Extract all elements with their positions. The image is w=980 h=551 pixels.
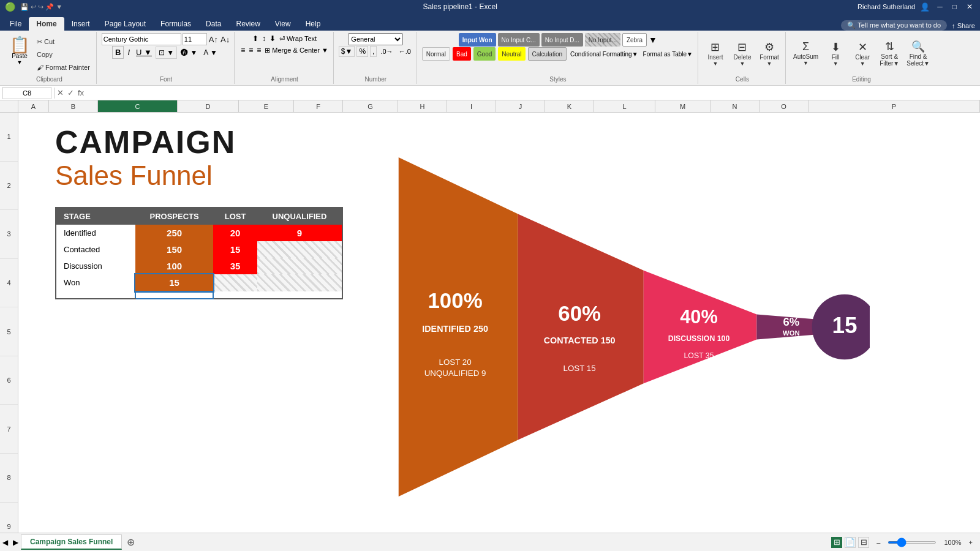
col-header-n[interactable]: N <box>710 100 760 112</box>
format-as-table-btn[interactable]: Format as Table▼ <box>642 50 694 59</box>
col-header-g[interactable]: G <box>343 100 398 112</box>
align-middle-btn[interactable]: ↕ <box>261 33 267 44</box>
tab-view[interactable]: View <box>268 17 298 31</box>
row-num-4[interactable]: 4 <box>0 259 18 308</box>
empty-selected-cell[interactable] <box>135 291 213 299</box>
col-header-l[interactable]: L <box>594 100 655 112</box>
style-no-input2[interactable]: No Input D... <box>541 33 583 47</box>
scroll-right-btn[interactable]: ▶ <box>10 538 21 547</box>
col-header-b[interactable]: B <box>49 100 98 112</box>
style-good[interactable]: Good <box>473 47 496 61</box>
close-btn[interactable]: ✕ <box>964 2 975 11</box>
border-btn[interactable]: ⊡ ▼ <box>156 47 177 59</box>
align-center-btn[interactable]: ≡ <box>247 45 254 56</box>
col-header-c[interactable]: C <box>98 100 178 112</box>
row-num-8[interactable]: 8 <box>0 454 18 503</box>
copy-button[interactable]: Copy <box>34 48 92 61</box>
tab-page-layout[interactable]: Page Layout <box>97 17 153 31</box>
col-header-p[interactable]: P <box>809 100 980 112</box>
decrease-decimal-btn[interactable]: ←.0 <box>397 47 413 56</box>
tab-file[interactable]: File <box>2 17 29 31</box>
cut-button[interactable]: ✂ Cut <box>34 36 92 48</box>
sheet-tab-campaign[interactable]: Campaign Sales Funnel <box>21 534 122 550</box>
col-header-f[interactable]: F <box>294 100 343 112</box>
font-name-input[interactable] <box>102 33 181 45</box>
style-zebra[interactable]: Zebra <box>622 33 647 47</box>
zoom-slider[interactable] <box>888 541 937 544</box>
style-no-input1[interactable]: No Input C... <box>498 33 540 47</box>
name-box[interactable] <box>2 87 51 99</box>
tab-insert[interactable]: Insert <box>64 17 97 31</box>
find-select-btn[interactable]: 🔍 Find & Select▼ <box>904 36 932 71</box>
conditional-formatting-btn[interactable]: Conditional Formatting▼ <box>569 50 639 59</box>
col-header-i[interactable]: I <box>447 100 496 112</box>
paste-button[interactable]: 📋 Paste ▼ <box>6 33 33 69</box>
style-no-input3[interactable]: No Input... <box>585 33 620 47</box>
format-painter-button[interactable]: 🖌 Format Painter <box>34 61 92 73</box>
row-num-5[interactable]: 5 <box>0 307 18 356</box>
wrap-text-btn[interactable]: ⏎ Wrap Text <box>278 34 318 44</box>
page-break-view-btn[interactable]: ⊟ <box>858 537 869 548</box>
prospects-won[interactable]: 15 <box>135 274 213 291</box>
italic-btn[interactable]: I <box>125 47 132 58</box>
autosum-btn[interactable]: Σ AutoSum ▼ <box>791 36 821 71</box>
align-top-btn[interactable]: ⬆ <box>251 33 260 44</box>
style-bad[interactable]: Bad <box>453 47 471 61</box>
col-header-m[interactable]: M <box>655 100 710 112</box>
zoom-plus[interactable]: + <box>969 539 973 546</box>
comma-btn[interactable]: , <box>370 46 377 57</box>
font-size-input[interactable] <box>183 33 207 45</box>
percent-btn[interactable]: % <box>356 46 368 57</box>
align-bottom-btn[interactable]: ⬇ <box>268 33 277 44</box>
number-format-select[interactable]: General Number Currency <box>348 33 403 45</box>
increase-font-btn[interactable]: A↑ <box>208 34 219 45</box>
merge-center-btn[interactable]: ⊞ Merge & Center ▼ <box>263 45 330 56</box>
styles-more-btn[interactable]: ▼ <box>649 35 657 45</box>
tell-me-input[interactable]: 🔍 Tell me what you want to do <box>841 20 947 31</box>
fill-color-btn[interactable]: 🅐 ▼ <box>178 47 200 58</box>
add-sheet-btn[interactable]: ⊕ <box>122 535 140 549</box>
formula-input[interactable] <box>86 87 978 99</box>
confirm-formula-btn[interactable]: ✓ <box>67 88 74 97</box>
col-header-e[interactable]: E <box>239 100 294 112</box>
align-right-btn[interactable]: ≡ <box>255 45 262 56</box>
row-num-2[interactable]: 2 <box>0 162 18 211</box>
col-header-k[interactable]: K <box>545 100 594 112</box>
delete-btn[interactable]: ⊟ Delete ▼ <box>730 36 755 71</box>
decrease-font-btn[interactable]: A↓ <box>220 34 230 45</box>
underline-btn[interactable]: U ▼ <box>134 47 154 58</box>
row-num-3[interactable]: 3 <box>0 210 18 259</box>
bold-btn[interactable]: B <box>112 46 124 59</box>
col-header-h[interactable]: H <box>398 100 447 112</box>
scroll-left-btn[interactable]: ◀ <box>0 538 10 547</box>
insert-function-btn[interactable]: fx <box>78 88 84 97</box>
tab-home[interactable]: Home <box>29 17 64 31</box>
format-btn[interactable]: ⚙ Format ▼ <box>757 36 782 71</box>
increase-decimal-btn[interactable]: .0→ <box>379 47 394 56</box>
tab-review[interactable]: Review <box>228 17 267 31</box>
maximize-btn[interactable]: □ <box>950 2 959 11</box>
tab-data[interactable]: Data <box>198 17 228 31</box>
row-num-1[interactable]: 1 <box>0 113 18 162</box>
font-color-btn[interactable]: A ▼ <box>201 47 220 58</box>
col-header-o[interactable]: O <box>760 100 809 112</box>
row-num-6[interactable]: 6 <box>0 356 18 405</box>
sort-filter-btn[interactable]: ⇅ Sort & Filter▼ <box>877 36 902 71</box>
fill-btn[interactable]: ⬇ Fill ▼ <box>823 36 848 71</box>
align-left-btn[interactable]: ≡ <box>239 45 246 56</box>
tab-help[interactable]: Help <box>298 17 328 31</box>
tab-formulas[interactable]: Formulas <box>153 17 198 31</box>
insert-btn[interactable]: ⊞ Insert ▼ <box>703 36 728 71</box>
col-header-a[interactable]: A <box>18 100 49 112</box>
col-header-d[interactable]: D <box>178 100 239 112</box>
currency-btn[interactable]: $▼ <box>339 46 355 57</box>
style-normal[interactable]: Normal <box>422 47 450 61</box>
minimize-btn[interactable]: ─ <box>935 2 945 11</box>
clear-btn[interactable]: ✕ Clear ▼ <box>850 36 875 71</box>
share-button[interactable]: ↑ Share <box>952 22 975 29</box>
row-num-7[interactable]: 7 <box>0 405 18 454</box>
style-input-won[interactable]: Input Won <box>459 33 496 47</box>
page-layout-view-btn[interactable]: 📄 <box>845 537 856 548</box>
style-neutral[interactable]: Neutral <box>498 47 525 61</box>
normal-view-btn[interactable]: ⊞ <box>831 537 842 548</box>
